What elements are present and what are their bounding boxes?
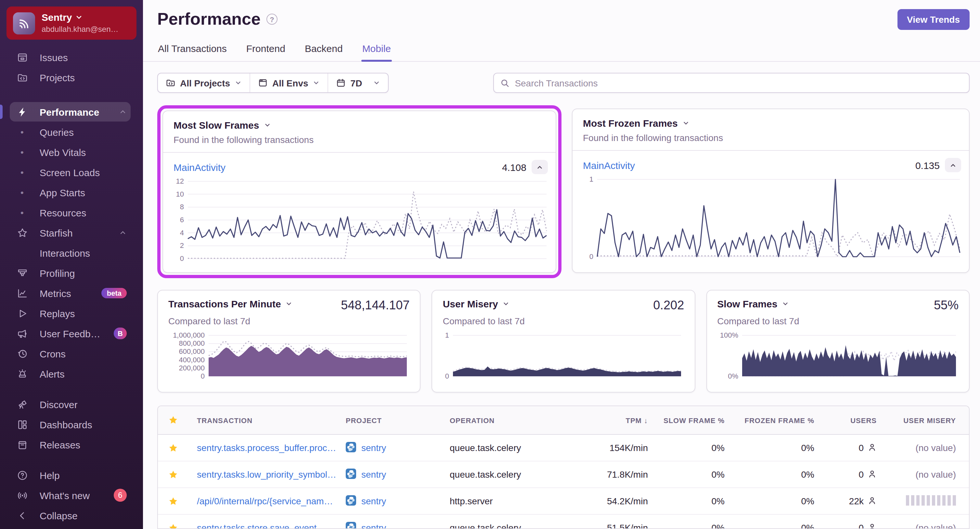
frozen-frame-pct-cell: 0%: [725, 443, 814, 453]
users-cell: 22k: [814, 496, 877, 507]
column-header-transaction[interactable]: TRANSACTION: [197, 416, 346, 424]
tab-all-transactions[interactable]: All Transactions: [157, 40, 228, 61]
widget-transaction-row: MainActivity 0.135: [573, 151, 969, 174]
transaction-link[interactable]: sentry.tasks.store.save_event: [197, 523, 346, 529]
metrics-icon: [16, 288, 28, 299]
sidebar-item-help[interactable]: Help: [10, 466, 130, 485]
project-cell[interactable]: sentry: [346, 441, 450, 454]
star-toggle[interactable]: [168, 443, 197, 453]
widget-title-dropdown[interactable]: Transactions Per Minute: [168, 298, 293, 309]
chevron-left-icon: [16, 510, 28, 521]
tab-mobile[interactable]: Mobile: [362, 40, 391, 61]
project-cell[interactable]: sentry: [346, 521, 450, 529]
sidebar-item-dashboards[interactable]: Dashboards: [10, 415, 130, 435]
column-header-frozen-frame[interactable]: FROZEN FRAME %: [725, 416, 814, 424]
sidebar-item-queries[interactable]: •Queries: [10, 123, 130, 142]
tab-backend[interactable]: Backend: [304, 40, 344, 61]
transaction-link[interactable]: sentry.tasks.low_priority_symbolication.…: [197, 469, 346, 480]
slow-frames-pct-chart: 100%0%: [717, 332, 959, 379]
star-column-header-icon[interactable]: [168, 415, 197, 425]
column-header-users[interactable]: USERS: [814, 416, 877, 424]
project-cell[interactable]: sentry: [346, 468, 450, 481]
sidebar-item-what-s-new[interactable]: What's new6: [10, 486, 130, 505]
transaction-link[interactable]: /api/0/internal/rpc/{service_name}/{me…: [197, 496, 346, 506]
view-trends-button[interactable]: View Trends: [897, 9, 970, 30]
tab-frontend[interactable]: Frontend: [246, 40, 286, 61]
widget-title-dropdown[interactable]: User Misery: [443, 298, 510, 309]
widget-title-dropdown[interactable]: Slow Frames: [717, 298, 789, 309]
collapse-row-button[interactable]: [945, 158, 961, 172]
sidebar-item-projects[interactable]: Projects: [10, 68, 130, 88]
python-icon: [346, 468, 356, 481]
bullet-icon: •: [16, 127, 28, 137]
user-misery-value: (no value): [915, 443, 956, 453]
org-switcher[interactable]: Sentry abdullah.khan@sen…: [6, 6, 137, 40]
sidebar-item-replays[interactable]: Replays: [10, 304, 130, 323]
project-filter-label: All Projects: [180, 78, 230, 88]
transaction-link[interactable]: sentry.tasks.process_buffer.process_incr: [197, 443, 346, 453]
sidebar-item-performance[interactable]: Performance: [10, 102, 130, 122]
star-toggle[interactable]: [168, 496, 197, 506]
collapse-label: Collapse: [40, 510, 78, 521]
user-misery-chart: 10: [443, 332, 684, 379]
sidebar-item-resources[interactable]: •Resources: [10, 203, 130, 223]
star-toggle[interactable]: [168, 470, 197, 479]
column-header-tpm[interactable]: TPM ↓: [580, 416, 648, 424]
transaction-link[interactable]: MainActivity: [583, 159, 635, 170]
person-icon: [867, 496, 877, 507]
chevron-up-icon: [119, 229, 127, 237]
widget-title-dropdown[interactable]: Most Frozen Frames: [583, 118, 959, 129]
svg-text:10: 10: [176, 190, 184, 198]
date-range-filter[interactable]: 7D: [328, 73, 388, 92]
search-input[interactable]: [515, 78, 963, 88]
collapse-row-button[interactable]: [531, 160, 548, 174]
svg-text:4: 4: [180, 229, 184, 237]
dashboards-icon: [16, 419, 28, 430]
sidebar-item-profiling[interactable]: Profiling: [10, 263, 130, 283]
chevron-down-icon: [264, 121, 270, 129]
chevron-down-icon: [373, 79, 380, 86]
sidebar-item-starfish[interactable]: Starfish: [10, 223, 130, 243]
svg-text:0: 0: [201, 372, 205, 379]
column-header-project[interactable]: PROJECT: [346, 416, 450, 424]
chevron-up-icon: [950, 161, 957, 169]
sidebar-item-releases[interactable]: Releases: [10, 435, 130, 454]
sidebar-item-app-starts[interactable]: •App Starts: [10, 183, 130, 202]
svg-text:100%: 100%: [720, 332, 738, 339]
sidebar-item-issues[interactable]: Issues: [10, 48, 130, 67]
transactions-table: TRANSACTIONPROJECTOPERATIONTPM ↓SLOW FRA…: [157, 406, 970, 529]
sidebar-item-user-feedback[interactable]: User FeedbackB: [10, 324, 130, 343]
frozen-frame-pct-cell: 0%: [725, 523, 814, 529]
sidebar-collapse-button[interactable]: Collapse: [10, 506, 130, 526]
column-header-user-misery[interactable]: USER MISERY: [877, 416, 956, 424]
stat-widgets: Transactions Per Minute 548,144.107 Comp…: [157, 290, 970, 392]
bullet-icon: •: [16, 167, 28, 178]
help-question-icon[interactable]: ?: [266, 14, 277, 25]
column-header-slow-frame[interactable]: SLOW FRAME %: [648, 416, 725, 424]
column-header-operation[interactable]: OPERATION: [450, 416, 580, 424]
sidebar-item-web-vitals[interactable]: •Web Vitals: [10, 143, 130, 162]
sidebar-item-crons[interactable]: Crons: [10, 344, 130, 363]
sidebar-item-discover[interactable]: Discover: [10, 395, 130, 414]
project-filter[interactable]: All Projects: [158, 73, 250, 92]
sidebar-item-interactions[interactable]: Interactions: [10, 244, 130, 263]
sidebar-item-alerts[interactable]: Alerts: [10, 364, 130, 384]
sentry-logo-icon: [13, 12, 35, 34]
org-email: abdullah.khan@sen…: [41, 25, 119, 34]
star-toggle[interactable]: [168, 523, 197, 529]
sidebar-item-metrics[interactable]: Metricsbeta: [10, 284, 130, 303]
sidebar-item-screen-loads[interactable]: •Screen Loads: [10, 163, 130, 182]
project-cell[interactable]: sentry: [346, 495, 450, 507]
date-range-label: 7D: [351, 78, 362, 88]
python-icon: [346, 495, 356, 507]
users-cell: 0: [814, 522, 877, 529]
sidebar-item-label: Projects: [40, 72, 75, 83]
environment-filter[interactable]: All Envs: [250, 73, 328, 92]
table-row: sentry.tasks.process_buffer.process_incr…: [158, 435, 969, 461]
transaction-link[interactable]: MainActivity: [173, 161, 226, 172]
bullet-icon: •: [16, 188, 28, 198]
search-transactions-field[interactable]: [493, 73, 970, 93]
svg-text:400,000: 400,000: [179, 356, 205, 364]
person-icon: [867, 522, 877, 529]
widget-title-dropdown[interactable]: Most Slow Frames: [173, 120, 545, 131]
